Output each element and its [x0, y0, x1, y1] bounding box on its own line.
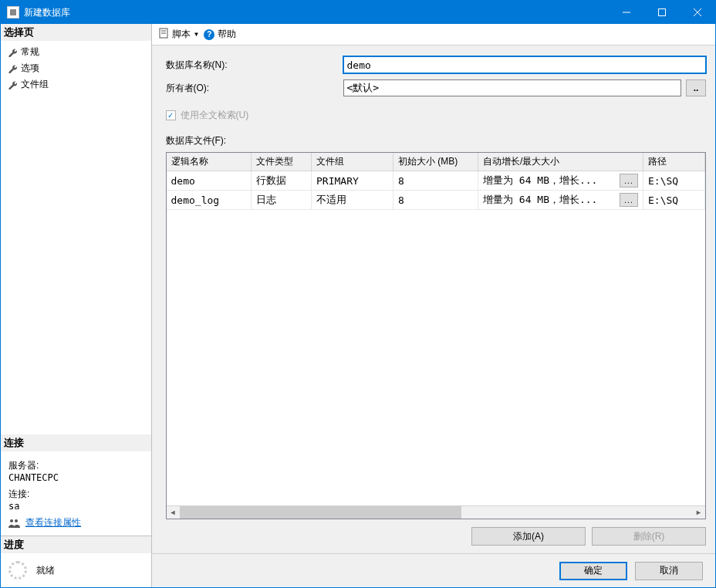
- help-icon: ?: [204, 29, 214, 40]
- cell-size[interactable]: 8: [393, 171, 478, 191]
- add-button[interactable]: 添加(A): [471, 527, 586, 546]
- help-button[interactable]: ? 帮助: [204, 28, 236, 41]
- remove-button: 删除(R): [592, 527, 706, 546]
- cell-growth: 增量为 64 MB，增长......: [478, 171, 643, 191]
- dbname-label: 数据库名称(N):: [166, 59, 343, 72]
- cell-size[interactable]: 8: [393, 191, 478, 210]
- owner-label: 所有者(O):: [166, 82, 343, 95]
- script-label: 脚本: [172, 28, 191, 41]
- wrench-icon: [7, 47, 18, 58]
- app-icon: [7, 6, 19, 19]
- growth-edit-button[interactable]: ...: [620, 174, 638, 188]
- cell-path[interactable]: E:\SQ: [643, 191, 705, 210]
- titlebar: 新建数据库: [1, 1, 715, 24]
- col-logical-name[interactable]: 逻辑名称: [167, 153, 252, 171]
- growth-edit-button[interactable]: ...: [620, 193, 638, 207]
- svg-point-6: [15, 519, 18, 522]
- table-row[interactable]: demo_log 日志 不适用 8 增量为 64 MB，增长...... E:\…: [167, 191, 705, 210]
- cell-group[interactable]: 不适用: [312, 191, 393, 210]
- fulltext-label: 使用全文检索(U): [181, 109, 249, 122]
- cell-type: 日志: [252, 191, 312, 210]
- scroll-left-icon[interactable]: ◄: [167, 506, 180, 519]
- cell-group[interactable]: PRIMARY: [312, 171, 393, 191]
- wrench-icon: [7, 63, 18, 74]
- horizontal-scrollbar[interactable]: ◄ ►: [167, 505, 706, 519]
- cell-name[interactable]: demo: [167, 171, 252, 191]
- owner-input[interactable]: [343, 79, 682, 96]
- progress-header: 进度: [1, 536, 151, 553]
- sidebar-item-options[interactable]: 选项: [7, 60, 151, 76]
- svg-point-5: [10, 519, 13, 522]
- dialog-footer: 确定 取消: [152, 553, 716, 587]
- maximize-button[interactable]: [644, 1, 680, 24]
- script-icon: [158, 28, 169, 41]
- fulltext-checkbox: ✓: [166, 110, 176, 120]
- cell-type: 行数据: [252, 171, 312, 191]
- connection-value: sa: [8, 501, 144, 512]
- cancel-button[interactable]: 取消: [635, 562, 703, 580]
- cell-growth: 增量为 64 MB，增长......: [478, 191, 643, 210]
- ok-button[interactable]: 确定: [559, 562, 627, 580]
- script-dropdown[interactable]: 脚本 ▼: [158, 28, 200, 41]
- minimize-button[interactable]: [609, 1, 644, 24]
- col-initial-size[interactable]: 初始大小 (MB): [393, 153, 478, 171]
- chevron-down-icon: ▼: [194, 31, 200, 38]
- svg-rect-2: [659, 9, 666, 16]
- owner-browse-button[interactable]: ..: [686, 79, 706, 96]
- sidebar-item-label: 文件组: [21, 78, 49, 91]
- people-icon: [8, 519, 21, 528]
- col-autogrowth[interactable]: 自动增长/最大大小: [478, 153, 643, 171]
- col-path[interactable]: 路径: [643, 153, 705, 171]
- progress-spinner-icon: [8, 561, 27, 580]
- connection-header: 连接: [1, 434, 151, 451]
- cell-name[interactable]: demo_log: [167, 191, 252, 210]
- sidebar-item-general[interactable]: 常规: [7, 44, 151, 60]
- table-row[interactable]: demo 行数据 PRIMARY 8 增量为 64 MB，增长...... E:…: [167, 171, 705, 191]
- toolbar: 脚本 ▼ ? 帮助: [152, 24, 716, 46]
- files-label: 数据库文件(F):: [166, 134, 707, 147]
- col-filegroup[interactable]: 文件组: [312, 153, 393, 171]
- progress-status: 就绪: [36, 564, 55, 577]
- sidebar-item-label: 常规: [21, 46, 39, 59]
- server-value: CHANTECPC: [8, 472, 144, 483]
- svg-rect-0: [10, 9, 16, 15]
- sidebar-item-label: 选项: [21, 62, 39, 75]
- dbname-input[interactable]: [343, 56, 707, 73]
- cell-path[interactable]: E:\SQ: [643, 171, 705, 191]
- close-button[interactable]: [680, 1, 715, 24]
- main-panel: 脚本 ▼ ? 帮助 数据库名称(N): 所有者(O): .. ✓ 使用全文检索(…: [152, 24, 716, 587]
- select-page-header: 选择页: [1, 24, 151, 41]
- sidebar-item-filegroups[interactable]: 文件组: [7, 76, 151, 93]
- files-table: 逻辑名称 文件类型 文件组 初始大小 (MB) 自动增长/最大大小 路径 dem…: [166, 152, 707, 519]
- server-label: 服务器:: [8, 459, 144, 472]
- connection-label: 连接:: [8, 488, 144, 501]
- sidebar: 选择页 常规 选项 文件组 连接 服务器: CHANTECP: [1, 24, 152, 587]
- help-label: 帮助: [218, 28, 236, 41]
- scroll-right-icon[interactable]: ►: [692, 506, 705, 519]
- view-connection-properties-link[interactable]: 查看连接属性: [25, 516, 81, 529]
- wrench-icon: [7, 79, 18, 90]
- col-file-type[interactable]: 文件类型: [252, 153, 312, 171]
- window-title: 新建数据库: [24, 6, 609, 19]
- scroll-thumb[interactable]: [180, 506, 461, 519]
